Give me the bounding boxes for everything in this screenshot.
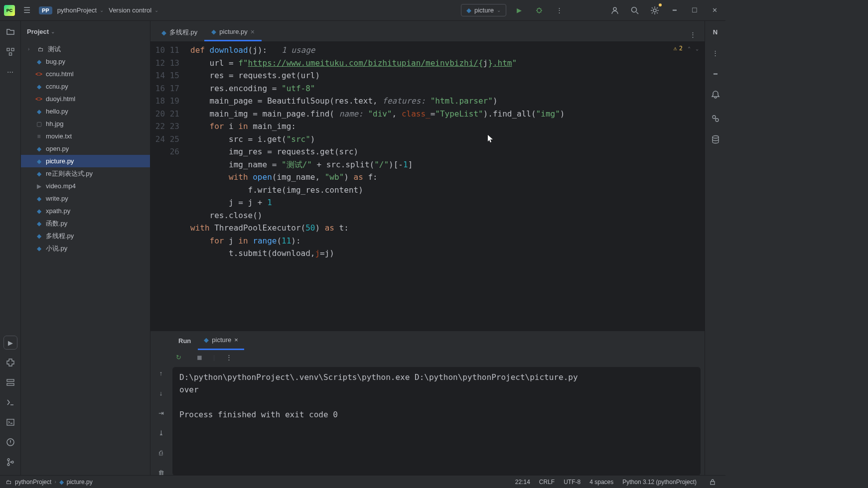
file-type-icon: ◆	[35, 207, 43, 215]
chevron-down-icon: ⌄	[497, 7, 501, 13]
minimize-window-button[interactable]: ━	[668, 3, 682, 17]
tree-file[interactable]: ◆re正则表达式.py	[21, 167, 150, 180]
file-encoding[interactable]: UTF-8	[564, 479, 580, 486]
warning-count-badge[interactable]: ⚠ 2	[673, 45, 682, 52]
up-button[interactable]: ↑	[154, 366, 168, 380]
terminal-tool-button[interactable]	[3, 415, 17, 429]
problems-tool-button[interactable]	[3, 435, 17, 449]
project-badge: PP	[39, 6, 52, 14]
scroll-end-button[interactable]: ⤓	[154, 426, 168, 440]
chevron-down-icon[interactable]: ⌄	[696, 46, 699, 51]
main-area: ⋯ ▶ Project ⌄	[0, 21, 725, 475]
project-tool-button[interactable]	[3, 25, 17, 39]
file-type-icon: ◆	[35, 232, 43, 240]
down-button[interactable]: ↓	[154, 386, 168, 400]
file-type-icon: ◆	[35, 58, 43, 66]
tree-file[interactable]: <>duoyi.html	[21, 93, 150, 105]
vcs-tool-button[interactable]	[3, 455, 17, 469]
maximize-window-button[interactable]: ☐	[688, 3, 702, 17]
tree-file[interactable]: ◆write.py	[21, 192, 150, 205]
main-menu-button[interactable]: ☰	[20, 3, 34, 17]
notifications-button[interactable]	[709, 88, 723, 102]
run-actions-button[interactable]: ⋮	[222, 350, 236, 364]
svg-point-11	[7, 459, 9, 461]
tree-file[interactable]: ◆函数.py	[21, 217, 150, 230]
svg-point-16	[713, 136, 719, 138]
notifications-indicator[interactable]: N	[709, 25, 723, 39]
project-selector[interactable]: pythonProject ⌄	[57, 6, 104, 14]
editor-tab[interactable]: ◆picture.py×	[204, 23, 262, 41]
python-file-icon: ◆	[466, 6, 471, 14]
settings-button[interactable]	[648, 3, 662, 17]
collapse-right-button[interactable]: ━	[709, 67, 723, 81]
soft-wrap-button[interactable]: ⇥	[154, 406, 168, 420]
tree-file[interactable]: ▶video.mp4	[21, 180, 150, 192]
tab-actions-button[interactable]: ⋮	[686, 27, 700, 41]
tab-label: picture.py	[219, 28, 247, 35]
chevron-right-icon: ›	[28, 46, 34, 52]
line-separator[interactable]: CRLF	[539, 479, 555, 486]
python-packages-tool-button[interactable]	[3, 356, 17, 369]
account-button[interactable]	[608, 3, 622, 17]
svg-rect-17	[711, 482, 715, 485]
file-label: xpath.py	[46, 207, 70, 215]
file-type-icon: <>	[35, 95, 43, 103]
close-icon[interactable]: ×	[234, 336, 238, 344]
run-button[interactable]: ▶	[512, 3, 526, 17]
close-icon[interactable]: ×	[251, 28, 255, 36]
print-button[interactable]: ⎙	[154, 446, 168, 460]
rerun-button[interactable]: ↻	[171, 350, 185, 364]
file-label: movie.txt	[46, 132, 72, 140]
interpreter-info[interactable]: Python 3.12 (pythonProject)	[622, 479, 697, 486]
chevron-up-icon[interactable]: ⌃	[688, 46, 691, 51]
inspection-widget[interactable]: ⚠ 2 ⌃ ⌄	[673, 45, 699, 52]
stop-button[interactable]: ◼	[192, 350, 206, 364]
run-tab[interactable]: ◆ picture ×	[198, 331, 244, 350]
run-config-name: picture	[474, 6, 494, 14]
cursor-position[interactable]: 22:14	[515, 479, 530, 486]
tree-file[interactable]: ◆bug.py	[21, 55, 150, 68]
tree-file[interactable]: ◆open.py	[21, 142, 150, 155]
breadcrumb-project: pythonProject	[15, 479, 51, 486]
tree-folder[interactable]: › 🗀 测试	[21, 43, 150, 55]
console-output[interactable]: D:\python\pythonProject\.venv\Scripts\py…	[172, 367, 701, 476]
tree-file[interactable]: ◆多线程.py	[21, 230, 150, 242]
project-panel-header[interactable]: Project ⌄	[21, 21, 150, 42]
close-window-button[interactable]: ✕	[708, 3, 722, 17]
editor-tab[interactable]: ◆多线程.py	[154, 23, 204, 41]
ai-assistant-button[interactable]	[709, 112, 723, 125]
services-tool-button[interactable]	[3, 375, 17, 389]
code-editor[interactable]: 10 11 12 13 14 15 16 17 18 19 20 21 22 2…	[150, 42, 705, 331]
more-right-button[interactable]: ⋮	[709, 46, 723, 60]
file-label: 函数.py	[46, 219, 67, 228]
tree-file[interactable]: ◆xpath.py	[21, 205, 150, 217]
file-label: 多线程.py	[46, 232, 74, 241]
tree-file[interactable]: ◆ccnu.py	[21, 80, 150, 93]
tree-file[interactable]: ◆小说.py	[21, 242, 150, 254]
vcs-selector[interactable]: Version control ⌄	[109, 6, 158, 14]
database-tool-button[interactable]	[709, 132, 723, 146]
tree-file[interactable]: ▢hh.jpg	[21, 118, 150, 130]
search-button[interactable]	[628, 3, 642, 17]
tree-file[interactable]: ≡movie.txt	[21, 130, 150, 142]
structure-tool-button[interactable]	[3, 45, 17, 59]
readonly-lock-icon[interactable]	[706, 475, 720, 488]
svg-point-3	[653, 9, 656, 12]
more-actions-button[interactable]: ⋮	[552, 3, 566, 17]
python-console-tool-button[interactable]	[3, 395, 17, 409]
more-tool-button[interactable]: ⋯	[3, 65, 17, 79]
file-label: write.py	[46, 195, 68, 202]
file-label: video.mp4	[46, 182, 76, 190]
project-name-label: pythonProject	[57, 6, 97, 14]
debug-button[interactable]	[532, 3, 546, 17]
tree-file[interactable]: <>ccnu.html	[21, 68, 150, 80]
indent-info[interactable]: 4 spaces	[589, 479, 613, 486]
file-tree[interactable]: › 🗀 测试 ◆bug.py<>ccnu.html◆ccnu.py<>duoyi…	[21, 42, 150, 475]
breadcrumb[interactable]: 🗀 pythonProject › ◆ picture.py	[6, 479, 93, 486]
run-config-selector[interactable]: ◆ picture ⌄	[461, 4, 506, 16]
run-tool-button[interactable]: ▶	[3, 336, 17, 350]
tree-file[interactable]: ◆hello.py	[21, 105, 150, 118]
svg-rect-6	[9, 53, 11, 55]
tree-file[interactable]: ◆picture.py	[21, 155, 150, 167]
code-content[interactable]: def download(j): 1 usage url = f"https:/…	[185, 42, 705, 331]
